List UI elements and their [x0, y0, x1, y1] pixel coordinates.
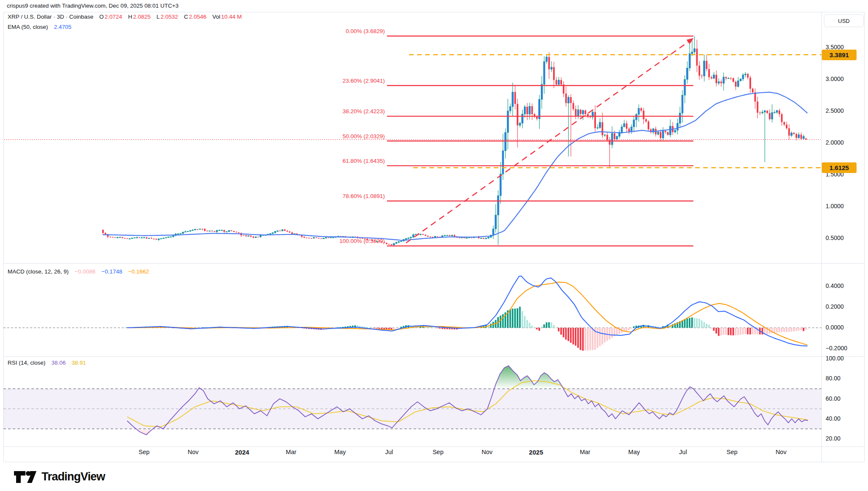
svg-text:61.80% (1.6435): 61.80% (1.6435)	[342, 158, 385, 164]
time-tick: Nov	[178, 449, 208, 455]
price-ray-badge: 3.3891	[822, 50, 857, 60]
svg-text:50.00% (2.0329): 50.00% (2.0329)	[342, 133, 385, 139]
symbol-legend[interactable]: XRP / U.S. Dollar · 3D · Coinbase O2.072…	[8, 14, 242, 20]
symbol-title: XRP / U.S. Dollar · 3D · Coinbase	[8, 14, 93, 20]
time-tick: Mar	[276, 449, 306, 455]
time-tick: Nov	[472, 449, 502, 455]
time-tick: 2024	[227, 449, 257, 456]
ohlc-high: H2.0825	[128, 14, 150, 20]
ema-line[interactable]	[103, 92, 807, 240]
ema-name: EMA (50, close)	[8, 24, 48, 30]
tradingview-chart-page: crispus9 created with TradingView.com, D…	[0, 0, 868, 491]
time-tick: Jul	[668, 449, 698, 455]
time-tick: Mar	[570, 449, 600, 455]
svg-text:0.00% (3.6829): 0.00% (3.6829)	[346, 28, 385, 34]
time-tick: May	[325, 449, 355, 455]
macd-tick: 0.4000	[826, 282, 863, 289]
svg-text:38.20% (2.4223): 38.20% (2.4223)	[342, 108, 385, 114]
macd-tick: 0.2000	[826, 303, 863, 310]
price-tick: 2.0000	[826, 139, 863, 146]
svg-text:23.60% (2.9041): 23.60% (2.9041)	[342, 78, 385, 84]
fib-lines[interactable]	[387, 36, 693, 246]
svg-text:78.60% (1.0891): 78.60% (1.0891)	[342, 193, 385, 199]
ema-value: 2.4705	[54, 24, 71, 30]
macd-signal-value: −0.1662	[128, 268, 149, 275]
macd-hist-value: −0.0086	[75, 268, 95, 275]
time-tick: 2025	[521, 449, 551, 456]
ohlc-close: C2.0546	[184, 14, 206, 20]
rsi-name: RSI (14, close)	[8, 360, 45, 366]
chart-canvas[interactable]: 0.00% (3.6829)23.60% (2.9041)38.20% (2.4…	[0, 0, 868, 491]
time-tick: Nov	[766, 449, 796, 455]
price-ray-badge: 1.6125	[822, 162, 857, 173]
volume-value: Vol10.44 M	[212, 14, 242, 20]
macd-line[interactable]	[127, 276, 807, 346]
time-tick: Sep	[423, 449, 453, 455]
time-tick: May	[619, 449, 649, 455]
rsi-value: 38.06	[51, 360, 66, 366]
currency-button[interactable]: USD	[824, 14, 864, 27]
svg-text:100.00% (0.3829): 100.00% (0.3829)	[339, 238, 385, 244]
price-tick: 2.5000	[826, 107, 863, 114]
time-tick: Sep	[129, 449, 159, 455]
rsi-tick: 60.00	[826, 395, 863, 402]
rsi-ma-value: 38.91	[72, 360, 86, 366]
trend-arrow-head	[687, 38, 694, 45]
rsi-tick: 80.00	[826, 375, 863, 382]
ohlc-open: O2.0724	[99, 14, 122, 20]
rsi-tick: 20.00	[826, 435, 863, 442]
price-tick: 0.5000	[826, 234, 863, 241]
macd-tick: 0.0000	[826, 324, 863, 331]
tradingview-logo-icon[interactable]	[13, 468, 37, 485]
time-tick: Jul	[374, 449, 404, 455]
rsi-tick: 100.00	[826, 355, 863, 362]
time-tick: Sep	[717, 449, 747, 455]
macd-legend[interactable]: MACD (close, 12, 26, 9) −0.0086 −0.1748 …	[8, 268, 149, 275]
fib-labels: 0.00% (3.6829)23.60% (2.9041)38.20% (2.4…	[339, 28, 385, 244]
price-tick: 3.0000	[826, 75, 863, 82]
macd-name: MACD (close, 12, 26, 9)	[8, 268, 69, 275]
ohlc-low: L2.0532	[156, 14, 178, 20]
tradingview-logo-text[interactable]: TradingView	[42, 470, 105, 483]
rsi-legend[interactable]: RSI (14, close) 38.06 38.91	[8, 360, 86, 366]
ema-legend[interactable]: EMA (50, close) 2.4705	[8, 24, 72, 30]
macd-histogram	[126, 307, 807, 351]
macd-line-value: −0.1748	[101, 268, 122, 275]
footer-bar: TradingView	[0, 462, 868, 491]
macd-tick: −0.2000	[826, 345, 863, 352]
rsi-tick: 40.00	[826, 415, 863, 422]
macd-signal-line[interactable]	[127, 282, 807, 345]
price-tick: 1.0000	[826, 203, 863, 209]
